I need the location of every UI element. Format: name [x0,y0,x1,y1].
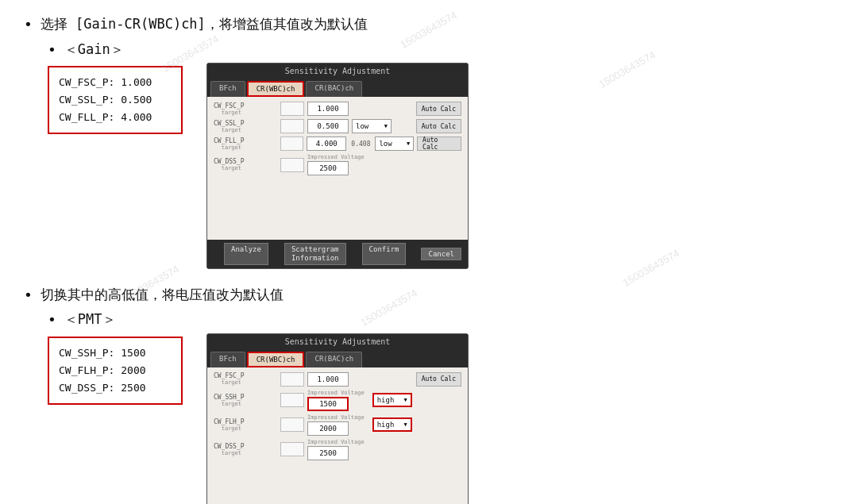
dialog1-footer: Analyze ScattergramInformation Confirm C… [207,240,468,268]
d2-row3-imp-value[interactable]: 2000 [307,421,349,436]
d2-row1-autocalc[interactable]: Auto Calc [416,372,461,387]
dialog2-title: Sensitivity Adjustment [207,334,468,349]
dialog1-confirm-btn[interactable]: Confirm [362,243,407,265]
row4-imp-value[interactable]: 2500 [307,161,349,175]
d2-row2-empty[interactable] [280,393,304,407]
dialog1-tab-crwbc[interactable]: CR(WBC)ch [247,81,305,97]
section1-block: CW_FSC_P: 1.000 CW_SSL_P: 0.500 CW_FLL_P… [48,63,844,269]
section2-infobox: CW_SSH_P: 1500 CW_FLH_P: 2000 CW_DSS_P: … [48,337,183,405]
row2-value[interactable]: 0.500 [307,119,349,133]
row2-sublabel: target [214,127,241,133]
row1-label: CW_FSC_P [214,102,249,110]
dialog1: Sensitivity Adjustment BFch CR(WBC)ch CR… [206,63,469,269]
dialog2-tab-bfch[interactable]: BFch [210,352,245,367]
dialog2-row2: CW_SSH_P target Impressed Voltage 1500 h… [214,390,461,411]
info2-line3: CW_DSS_P: 2500 [59,379,172,397]
d2-row4-sublabel: target [214,450,241,456]
d2-row1-label: CW_FSC_P [214,372,249,379]
d2-row1-value[interactable]: 1.000 [307,372,349,387]
row2-label: CW_SSL_P [214,120,249,127]
dialog2: Sensitivity Adjustment BFch CR(WBC)ch CR… [206,333,469,504]
row3-value[interactable]: 4.000 [307,137,346,151]
row4-imp-label: Impressed Voltage [307,154,365,160]
page-content: • 选择 [Gain-CR(WBC)ch]，将增益值其值改为默认值 • ＜Gai… [0,0,868,504]
row4-empty[interactable] [280,158,304,172]
dialog1-tab-bfch[interactable]: BFch [210,81,245,97]
row1-sublabel: target [214,110,241,116]
row3-small-value: 0.408 [351,140,370,148]
row3-dropdown-val: low [379,140,392,148]
d2-row2-dropdown[interactable]: high ▼ [372,393,412,407]
dialog1-analyze-btn[interactable]: Analyze [224,243,268,265]
row1-autocalc[interactable]: Auto Calc [416,102,461,116]
info2-line2: CW_FLH_P: 2000 [59,362,172,379]
row3-empty[interactable] [280,137,303,151]
section2-bullet1: • 切换其中的高低值，将电压值改为默认值 [24,285,844,306]
dialog1-row1: CW_FSC_P target 1.000 Auto Calc [214,102,461,116]
dialog1-footer-center: Analyze ScattergramInformation Confirm [214,243,416,265]
section1-infobox: CW_FSC_P: 1.000 CW_SSL_P: 0.500 CW_FLL_P… [48,66,183,134]
info-line3: CW_FLL_P: 4.000 [59,109,172,126]
dialog2-tab-crbac[interactable]: CR(BAC)ch [306,352,362,367]
d2-row4-empty[interactable] [280,442,304,456]
d2-row2-imp-label: Impressed Voltage [307,390,365,396]
row2-dropdown-val: low [356,122,368,130]
dialog1-tab-crbac[interactable]: CR(BAC)ch [306,81,362,97]
d2-row2-sublabel: target [214,401,241,407]
d2-row3-label: CW_FLH_P [214,418,249,425]
dialog2-row3: CW_FLH_P target Impressed Voltage 2000 h… [214,414,461,436]
dialog1-row2: CW_SSL_P target 0.500 low ▼ Auto Calc [214,119,461,133]
row3-autocalc[interactable]: Auto Calc [417,137,461,151]
dialog1-row3: CW_FLL_P target 4.000 0.408 low ▼ Auto C… [214,137,461,151]
bullet-dot-2: • [48,40,56,60]
info-line1: CW_FSC_P: 1.000 [59,74,172,91]
section2-bullet2-text: ＜PMT＞ [64,310,116,330]
dialog1-title: Sensitivity Adjustment [207,63,468,79]
info2-line1: CW_SSH_P: 1500 [59,344,172,362]
section2-sub-bullet: • ＜PMT＞ [48,310,844,330]
dialog1-tabs: BFch CR(WBC)ch CR(BAC)ch [207,79,468,97]
d2-row1-sublabel: target [214,379,241,386]
row2-autocalc[interactable]: Auto Calc [416,119,461,133]
d2-row3-arrow: ▼ [403,421,407,428]
row3-dropdown-arrow: ▼ [407,140,410,147]
dialog2-tab-crwbc[interactable]: CR(WBC)ch [247,352,305,367]
row4-sublabel: target [214,165,241,171]
row3-dropdown[interactable]: low ▼ [375,137,414,151]
dialog1-body: CW_FSC_P target 1.000 Auto Calc CW_SSL_P… [207,97,468,240]
d2-row3-dropdown[interactable]: high ▼ [372,417,412,432]
bullet-dot-4: • [48,310,56,329]
row2-dropdown[interactable]: low ▼ [352,119,392,133]
dialog2-tabs: BFch CR(WBC)ch CR(BAC)ch [207,349,468,367]
section1-bullet1-text: 选择 [Gain-CR(WBC)ch]，将增益值其值改为默认值 [41,14,368,35]
d2-row3-empty[interactable] [280,417,304,432]
section1-sub-bullet: • ＜Gain＞ [48,40,844,60]
bullet-dot-3: • [24,285,33,305]
d2-row2-arrow: ▼ [403,397,407,403]
bullet-dot-1: • [24,14,33,34]
row1-value[interactable]: 1.000 [307,102,349,116]
row2-dropdown-arrow: ▼ [384,123,388,129]
d2-row4-imp-value[interactable]: 2500 [307,446,349,460]
d2-row2-dropdown-val: high [377,396,395,404]
dialog1-cancel-btn[interactable]: Cancel [421,248,461,260]
d2-row1-empty[interactable] [280,372,304,387]
dialog2-row1: CW_FSC_P target 1.000 Auto Calc [214,372,461,387]
d2-row2-imp-value[interactable]: 1500 [307,397,349,411]
d2-row2-label: CW_SSH_P [214,394,249,401]
d2-row3-imp-label: Impressed Voltage [307,414,365,421]
d2-row3-dropdown-val: high [377,421,395,429]
info-line2: CW_SSL_P: 0.500 [59,91,172,109]
dialog1-scattergram-btn[interactable]: ScattergramInformation [284,243,346,265]
row2-empty[interactable] [280,119,304,133]
row3-sublabel: target [214,144,241,151]
row3-label: CW_FLL_P [214,137,249,144]
section1-bullet2-text: ＜Gain＞ [64,40,124,60]
dialog1-row4: CW_DSS_P target Impressed Voltage 2500 [214,154,461,175]
section2-block: CW_SSH_P: 1500 CW_FLH_P: 2000 CW_DSS_P: … [48,333,844,504]
dialog2-body: CW_FSC_P target 1.000 Auto Calc CW_SSH_P… [207,367,468,504]
dialog2-row4: CW_DSS_P target Impressed Voltage 2500 [214,439,461,460]
row1-empty[interactable] [280,102,304,116]
d2-row4-label: CW_DSS_P [214,443,249,450]
section1-bullet1: • 选择 [Gain-CR(WBC)ch]，将增益值其值改为默认值 [24,14,844,35]
